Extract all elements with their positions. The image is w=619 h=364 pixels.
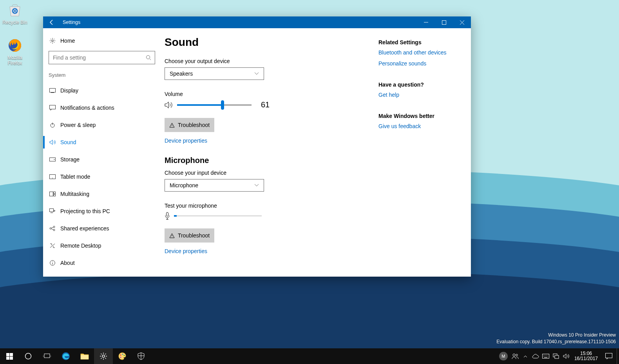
link-get-help[interactable]: Get help	[378, 92, 467, 98]
user-badge[interactable]: M	[499, 352, 508, 360]
svg-rect-39	[606, 353, 612, 358]
taskbar-edge[interactable]	[56, 348, 75, 364]
sidebar-item-remote[interactable]: Remote Desktop	[43, 237, 161, 254]
search-input[interactable]	[49, 51, 155, 64]
desktop-icon-firefox[interactable]: Mozilla Firefox	[0, 37, 30, 66]
system-tray: M 15:06 16/11/2017	[497, 348, 619, 364]
svg-rect-6	[50, 105, 56, 109]
keyboard-icon	[542, 354, 549, 359]
taskbar-defender[interactable]	[132, 348, 150, 364]
minimize-icon	[424, 20, 428, 25]
link-bluetooth[interactable]: Bluetooth and other devices	[378, 49, 467, 56]
window-titlebar[interactable]: Settings	[43, 16, 471, 28]
windows-logo-icon	[6, 353, 13, 360]
circle-icon	[25, 353, 32, 360]
sidebar-item-label: Power & sleep	[60, 122, 96, 128]
sidebar-item-multitasking[interactable]: Multitasking	[43, 185, 161, 203]
better-heading: Make Windows better	[378, 113, 467, 119]
start-button[interactable]	[0, 348, 19, 364]
volume-label: Volume	[165, 91, 367, 97]
tray-input[interactable]	[541, 348, 551, 364]
projecting-icon	[49, 208, 56, 214]
svg-point-29	[102, 355, 105, 357]
svg-rect-2	[442, 20, 446, 24]
remote-icon	[49, 243, 56, 248]
taskbar-settings[interactable]	[94, 348, 113, 364]
network-icon	[553, 353, 559, 359]
people-button[interactable]	[510, 348, 520, 364]
sidebar-home[interactable]: Home	[43, 33, 161, 49]
svg-point-32	[124, 355, 125, 356]
search-setting-field[interactable]	[49, 51, 155, 64]
power-icon	[49, 122, 56, 128]
close-button[interactable]	[453, 16, 471, 28]
taskbar-clock[interactable]: 15:06 16/11/2017	[571, 351, 601, 361]
task-view-button[interactable]	[38, 348, 56, 364]
sidebar-item-about[interactable]: About	[43, 254, 161, 272]
microphone-heading: Microphone	[165, 156, 367, 165]
slider-thumb[interactable]	[221, 100, 224, 110]
related-settings-heading: Related Settings	[378, 39, 467, 45]
svg-point-11	[52, 178, 53, 179]
sidebar-item-label: Notifications & actions	[60, 105, 114, 111]
gear-icon	[49, 38, 56, 44]
sidebar-item-storage[interactable]: Storage	[43, 151, 161, 168]
volume-slider[interactable]	[177, 101, 252, 109]
tray-network[interactable]	[551, 348, 561, 364]
svg-rect-24	[10, 357, 13, 360]
input-device-properties-link[interactable]: Device properties	[165, 248, 207, 254]
maximize-button[interactable]	[435, 16, 453, 28]
sidebar-item-sound[interactable]: Sound	[43, 134, 161, 151]
minimize-button[interactable]	[417, 16, 435, 28]
svg-point-4	[147, 56, 150, 59]
link-personalize-sounds[interactable]: Personalize sounds	[378, 60, 467, 67]
sidebar-item-label: Display	[60, 87, 78, 94]
desktop-icon-recycle-bin[interactable]: Recycle Bin	[0, 2, 30, 25]
volume-value: 61	[261, 100, 270, 109]
input-troubleshoot-button[interactable]: Troubleshoot	[165, 228, 214, 243]
tray-overflow[interactable]	[520, 348, 530, 364]
action-center-button[interactable]	[601, 348, 617, 364]
chevron-up-icon	[523, 355, 527, 358]
shared-icon	[49, 226, 56, 231]
sidebar-item-projecting[interactable]: Projecting to this PC	[43, 203, 161, 220]
tray-onedrive[interactable]	[530, 348, 541, 364]
chevron-down-icon	[254, 72, 259, 75]
show-desktop-button[interactable]	[617, 348, 619, 364]
desktop-icon-label: Mozilla Firefox	[7, 55, 22, 66]
svg-rect-26	[44, 354, 50, 358]
taskbar-paint[interactable]	[113, 348, 132, 364]
svg-rect-20	[167, 212, 168, 216]
output-device-properties-link[interactable]: Device properties	[165, 138, 207, 144]
taskbar-explorer[interactable]	[75, 348, 94, 364]
back-button[interactable]	[43, 16, 60, 28]
sound-icon	[49, 139, 56, 145]
tray-volume[interactable]	[561, 348, 571, 364]
output-device-dropdown[interactable]: Speakers	[165, 67, 264, 80]
cortana-button[interactable]	[19, 348, 38, 364]
link-feedback[interactable]: Give us feedback	[378, 123, 467, 129]
sidebar-item-label: Multitasking	[60, 191, 89, 197]
people-icon	[512, 353, 519, 359]
settings-main: Sound Choose your output device Speakers…	[161, 28, 378, 277]
mic-test-meter	[165, 212, 367, 220]
sidebar-item-power[interactable]: Power & sleep	[43, 116, 161, 134]
svg-rect-28	[81, 355, 89, 359]
sidebar-item-notifications[interactable]: Notifications & actions	[43, 99, 161, 116]
taskbar: M 15:06 16/11/2017	[0, 348, 619, 364]
settings-aside: Related Settings Bluetooth and other dev…	[378, 28, 471, 277]
sidebar-item-label: Projecting to this PC	[60, 208, 110, 214]
volume-icon	[563, 353, 569, 359]
input-device-dropdown[interactable]: Microphone	[165, 179, 264, 192]
sidebar-item-tablet[interactable]: Tablet mode	[43, 168, 161, 185]
sidebar-item-label: Remote Desktop	[60, 243, 101, 249]
sidebar-item-shared[interactable]: Shared experiences	[43, 220, 161, 237]
recycle-bin-icon	[6, 2, 24, 19]
desktop-icon-label: Recycle Bin	[2, 20, 27, 25]
speaker-icon[interactable]	[165, 101, 173, 109]
svg-rect-5	[50, 89, 56, 92]
palette-icon	[118, 352, 127, 360]
output-troubleshoot-button[interactable]: Troubleshoot	[165, 118, 214, 132]
sidebar-item-display[interactable]: Display	[43, 82, 161, 99]
close-icon	[460, 20, 464, 25]
